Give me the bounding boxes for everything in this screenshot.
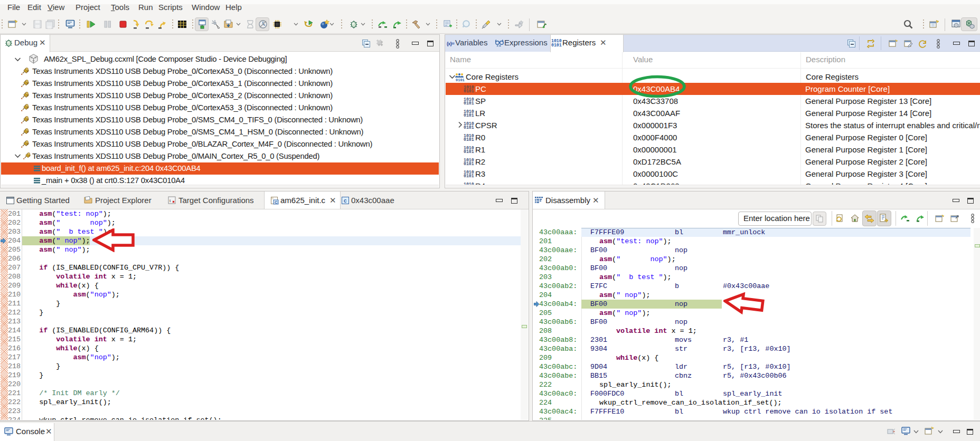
svg-text:0101: 0101 (456, 78, 465, 82)
svg-text:c: c (344, 198, 347, 204)
svg-text:C: C (275, 200, 278, 205)
